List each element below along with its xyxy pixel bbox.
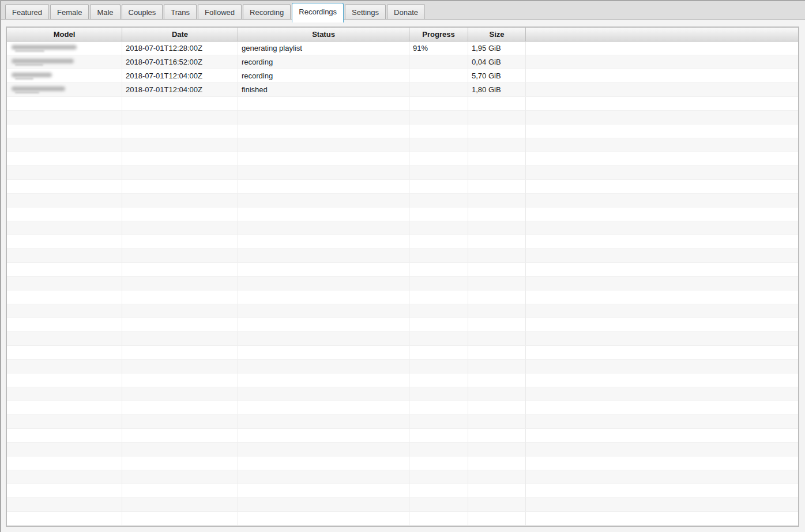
cell-progress bbox=[409, 498, 468, 512]
cell-status bbox=[238, 290, 409, 304]
cell-status bbox=[238, 456, 409, 470]
cell-model bbox=[7, 180, 122, 194]
table-row-empty bbox=[7, 387, 798, 401]
cell-filler bbox=[526, 512, 798, 526]
table-row-empty bbox=[7, 138, 798, 152]
cell-status bbox=[238, 304, 409, 318]
cell-filler bbox=[526, 97, 798, 111]
app-window: FeaturedFemaleMaleCouplesTransFollowedRe… bbox=[0, 0, 805, 532]
cell-size bbox=[468, 180, 526, 194]
cell-filler bbox=[526, 470, 798, 484]
table-row[interactable]: 2018-07-01T16:52:00Zrecording0,04 GiB bbox=[7, 55, 798, 69]
table-row-empty bbox=[7, 124, 798, 138]
cell-date bbox=[122, 373, 238, 387]
cell-status: recording bbox=[238, 69, 409, 83]
table-row-empty bbox=[7, 194, 798, 207]
cell-model bbox=[7, 443, 122, 456]
cell-model bbox=[7, 318, 122, 332]
tab-featured[interactable]: Featured bbox=[5, 4, 49, 20]
cell-filler bbox=[526, 290, 798, 304]
column-header-model[interactable]: Model bbox=[7, 28, 122, 41]
tab-recording[interactable]: Recording bbox=[243, 4, 291, 20]
cell-date bbox=[122, 318, 238, 332]
cell-size bbox=[468, 360, 526, 373]
table-row-empty bbox=[7, 304, 798, 318]
cell-size bbox=[468, 332, 526, 346]
cell-model bbox=[7, 346, 122, 360]
column-header-status[interactable]: Status bbox=[238, 28, 409, 41]
cell-status bbox=[238, 373, 409, 387]
column-header-filler bbox=[526, 28, 798, 41]
cell-filler bbox=[526, 180, 798, 194]
cell-date bbox=[122, 332, 238, 346]
cell-progress bbox=[409, 166, 468, 180]
cell-progress bbox=[409, 83, 468, 97]
table-row-empty bbox=[7, 512, 798, 526]
tab-followed[interactable]: Followed bbox=[198, 4, 242, 20]
table-row-empty bbox=[7, 207, 798, 221]
cell-status bbox=[238, 387, 409, 401]
cell-model bbox=[7, 207, 122, 221]
cell-size bbox=[468, 138, 526, 152]
cell-date bbox=[122, 277, 238, 290]
cell-progress bbox=[409, 249, 468, 263]
cell-filler bbox=[526, 249, 798, 263]
cell-date bbox=[122, 249, 238, 263]
cell-size bbox=[468, 443, 526, 456]
table-row-empty bbox=[7, 235, 798, 249]
cell-model bbox=[7, 263, 122, 277]
cell-model bbox=[7, 387, 122, 401]
tab-recordings[interactable]: Recordings bbox=[292, 3, 344, 22]
column-header-progress[interactable]: Progress bbox=[409, 28, 468, 41]
cell-status bbox=[238, 332, 409, 346]
column-header-date[interactable]: Date bbox=[122, 28, 238, 41]
cell-progress bbox=[409, 318, 468, 332]
cell-model bbox=[7, 401, 122, 415]
table-row-empty bbox=[7, 484, 798, 498]
cell-status bbox=[238, 470, 409, 484]
tab-female[interactable]: Female bbox=[50, 4, 89, 20]
tab-trans[interactable]: Trans bbox=[164, 4, 197, 20]
cell-model bbox=[7, 97, 122, 111]
cell-filler bbox=[526, 387, 798, 401]
tab-male[interactable]: Male bbox=[90, 4, 120, 20]
tab-couples[interactable]: Couples bbox=[122, 4, 163, 20]
tab-bar: FeaturedFemaleMaleCouplesTransFollowedRe… bbox=[1, 1, 805, 20]
cell-size bbox=[468, 235, 526, 249]
tab-donate[interactable]: Donate bbox=[387, 4, 425, 20]
cell-date bbox=[122, 124, 238, 138]
cell-status bbox=[238, 360, 409, 373]
cell-progress bbox=[409, 387, 468, 401]
cell-size: 1,80 GiB bbox=[468, 83, 526, 97]
table-row-empty bbox=[7, 443, 798, 456]
table-row[interactable]: 2018-07-01T12:04:00Zrecording5,70 GiB bbox=[7, 69, 798, 83]
cell-model bbox=[7, 429, 122, 443]
cell-model bbox=[7, 304, 122, 318]
cell-size bbox=[468, 387, 526, 401]
cell-model bbox=[7, 332, 122, 346]
cell-date bbox=[122, 207, 238, 221]
cell-model bbox=[7, 415, 122, 429]
cell-model bbox=[7, 166, 122, 180]
cell-date bbox=[122, 290, 238, 304]
table-row[interactable]: 2018-07-01T12:04:00Zfinished1,80 GiB bbox=[7, 83, 798, 97]
cell-size bbox=[468, 221, 526, 235]
cell-size bbox=[468, 249, 526, 263]
cell-model bbox=[7, 249, 122, 263]
cell-progress bbox=[409, 484, 468, 498]
model-name-redacted bbox=[10, 58, 118, 67]
table-row-empty bbox=[7, 166, 798, 180]
cell-date bbox=[122, 443, 238, 456]
cell-model bbox=[7, 41, 122, 55]
column-header-size[interactable]: Size bbox=[468, 28, 526, 41]
cell-size bbox=[468, 373, 526, 387]
cell-date bbox=[122, 263, 238, 277]
table-body: 2018-07-01T12:28:00Zgenerating playlist9… bbox=[7, 41, 798, 526]
cell-progress bbox=[409, 304, 468, 318]
table-row[interactable]: 2018-07-01T12:28:00Zgenerating playlist9… bbox=[7, 41, 798, 55]
cell-date bbox=[122, 221, 238, 235]
tab-settings[interactable]: Settings bbox=[345, 4, 386, 20]
cell-size: 5,70 GiB bbox=[468, 69, 526, 83]
table-row-empty bbox=[7, 401, 798, 415]
cell-filler bbox=[526, 415, 798, 429]
